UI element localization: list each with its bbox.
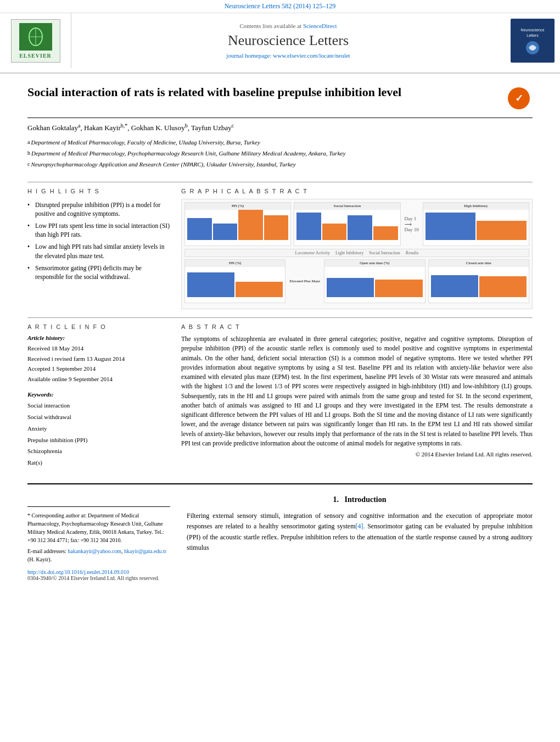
chart-3-bars [423, 210, 529, 240]
affiliation-b: b Department of Medical Pharmacology, Ps… [27, 149, 533, 159]
hi-bar-1 [425, 213, 475, 240]
graphical-abstract-area: PPI (%) Social Interaction [181, 199, 533, 309]
bottom-right: 1. Introduction Filtering external senso… [187, 495, 533, 564]
email-1[interactable]: hakankayir@yahoo.com [68, 548, 121, 554]
abstract-heading: A B S T R A C T [181, 323, 533, 330]
article-info-col: A R T I C L E I N F O Article history: R… [27, 323, 170, 475]
ppi-chart: PPI (%) [184, 202, 291, 246]
keyword-1: Social interaction [27, 400, 170, 411]
info-abstract-section: A R T I C L E I N F O Article history: R… [27, 317, 533, 475]
journal-header: ELSEVIER Contents lists available at Sci… [0, 13, 560, 74]
chart-row-2: PPI (%) Elevated Plus Maze Open arm time… [184, 259, 529, 303]
affiliation-c: c Neuropsychopharmacology Application an… [27, 160, 533, 170]
chart-row-1: PPI (%) Social Interaction [184, 202, 529, 246]
corresponding-author-note: * Corresponding author at: Department of… [27, 512, 164, 543]
author-2: Hakan Kayirb,* [84, 124, 127, 132]
accepted-date: Accepted 1 September 2014 [27, 364, 170, 374]
article-info-heading: A R T I C L E I N F O [27, 323, 170, 330]
keywords-list: Social interaction Social withdrawal Anx… [27, 400, 170, 468]
homepage-url[interactable]: www.elsevier.com/locate/neulet [273, 52, 350, 59]
epm-bar-4 [375, 280, 422, 297]
email-2[interactable]: hkayir@gata.edu.tr [124, 548, 166, 554]
si-bar-2 [322, 224, 347, 240]
keyword-6: Rat(s) [27, 457, 170, 468]
epm-chart-3-title: Closed arm time [429, 260, 529, 267]
keyword-5: Schizophrenia [27, 445, 170, 457]
chart-3-title: High Inhibitory [423, 203, 529, 210]
received-revised-date: Received i revised farm 13 August 2014 [27, 354, 170, 364]
epm-chart-1-title: PPI (%) [185, 260, 285, 267]
intro-text: Filtering external sensory stimuli, inte… [187, 511, 533, 553]
article-history-label: Article history: [27, 334, 170, 341]
si-chart: Social Interaction [294, 202, 400, 246]
epm-chart-1: PPI (%) [184, 259, 285, 303]
doi-text: Neuroscience Letters 582 (2014) 125–129 [225, 2, 336, 10]
contents-label: Contents lists available at [239, 23, 301, 29]
elsevier-logo-box: ELSEVIER [11, 19, 60, 63]
email-person: (H. Kayir). [27, 556, 52, 562]
highlights-col: H I G H L I G H T S Disrupted prepulse i… [27, 188, 170, 309]
abstract-text: The symptoms of schizophrenia are evalua… [181, 334, 533, 448]
epm-chart-2: Open arm time (%) [324, 259, 425, 303]
crossmark-icon: ✓ [508, 87, 530, 109]
epm-chart-1-bars [185, 267, 285, 297]
doi-banner: Neuroscience Letters 582 (2014) 125–129 [0, 0, 560, 13]
author-1: Gokhan Goktalaya [27, 124, 81, 132]
chart-1-bars [185, 210, 290, 240]
abstract-col: A B S T R A C T The symptoms of schizoph… [181, 323, 533, 475]
homepage-label: journal homepage: [226, 52, 271, 59]
crossmark-badge[interactable]: ✓ [508, 87, 533, 112]
journal-header-center: Contents lists available at ScienceDirec… [71, 13, 505, 68]
email-label: E-mail addresses: [27, 548, 66, 554]
highlight-item-4: Sensorimotor gating (PPI) deficits may b… [27, 262, 170, 283]
page-wrapper: Neuroscience Letters 582 (2014) 125–129 … [0, 0, 560, 584]
bottom-section: * Corresponding author at: Department of… [27, 484, 533, 564]
highlights-graphical-section: H I G H L I G H T S Disrupted prepulse i… [27, 182, 533, 309]
hi-chart: High Inhibitory [423, 202, 529, 246]
hi-bar-2 [477, 221, 527, 240]
keyword-3: Anxiety [27, 423, 170, 434]
doi-url[interactable]: http://dx.doi.org/10.1016/j.neulet.2014.… [27, 569, 533, 575]
article-history-text: Received 18 May 2014 Received i revised … [27, 343, 170, 384]
article-title-section: Social interaction of rats is related wi… [27, 74, 533, 118]
highlights-heading: H I G H L I G H T S [27, 188, 170, 194]
bar-4 [264, 215, 289, 240]
epm-bar-3 [327, 278, 374, 297]
journal-title: Neuroscience Letters [228, 32, 349, 49]
abstract-copyright: © 2014 Elsevier Ireland Ltd. All rights … [181, 451, 533, 458]
intro-ref-1[interactable]: [4]. [356, 522, 365, 530]
chart-1-title: PPI (%) [185, 203, 290, 210]
small-footer: http://dx.doi.org/10.1016/j.neulet.2014.… [0, 566, 560, 584]
sciencedirect-link[interactable]: ScienceDirect [303, 23, 337, 29]
svg-text:Letters: Letters [527, 34, 539, 37]
journal-homepage-line: journal homepage: www.elsevier.com/locat… [226, 52, 350, 59]
issn-line: 0304-3940/© 2014 Elsevier Ireland Ltd. A… [27, 575, 533, 581]
epm-bar-5 [431, 275, 478, 297]
epm-chart-3: Closed arm time [428, 259, 529, 303]
intro-section-title: 1. Introduction [187, 495, 533, 504]
keywords-label: Keywords: [27, 391, 170, 398]
chart-row-label: Locomotor Activity Light Inhibitory Soci… [184, 249, 529, 257]
svg-text:✓: ✓ [515, 93, 523, 104]
affiliations: a Department of Medical Pharmacology, Fa… [27, 135, 533, 174]
article-history-block: Article history: Received 18 May 2014 Re… [27, 334, 170, 384]
highlight-item-2: Low PPI rats spent less time in social i… [27, 220, 170, 241]
highlight-item-3: Low and high PPI rats had similar anxiet… [27, 241, 170, 261]
section-title: Introduction [345, 495, 387, 504]
email-line: E-mail addresses: hakankayir@yahoo.com, … [27, 547, 170, 564]
epm-bar-1 [187, 272, 234, 297]
arrow-label: Day 1⟶Day 10 [404, 202, 420, 246]
bottom-left: * Corresponding author at: Department of… [27, 495, 170, 564]
si-bar-3 [348, 215, 372, 240]
author-4: Tayfun Uzbayc [191, 124, 234, 132]
keyword-2: Social withdrawal [27, 411, 170, 423]
section-number: 1. [333, 495, 339, 504]
elsevier-logo-area: ELSEVIER [0, 13, 71, 68]
email-sep: , [121, 548, 123, 554]
footnote-area: * Corresponding author at: Department of… [27, 506, 170, 564]
chart-2-bars [294, 210, 400, 240]
epm-bar-2 [236, 282, 283, 297]
contents-available-line: Contents lists available at ScienceDirec… [239, 23, 337, 29]
journal-logo-right: Neuroscience Letters [505, 13, 560, 68]
elsevier-graphic [19, 23, 52, 51]
